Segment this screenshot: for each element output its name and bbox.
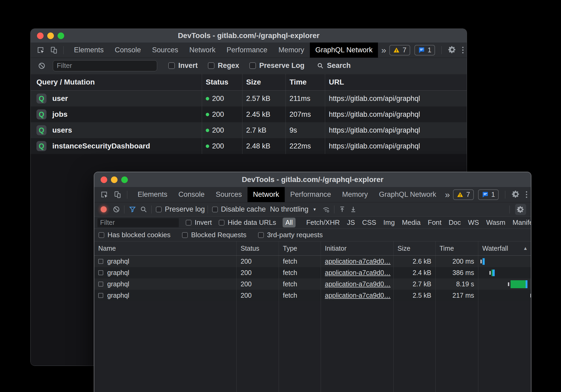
request-row[interactable]: graphql 200 fetch application-a7ca9d0… 2… (94, 256, 531, 267)
filter-type[interactable]: Wasm (486, 218, 506, 227)
tab-console[interactable]: Console (173, 187, 210, 202)
filter-type[interactable]: CSS (362, 218, 376, 227)
row-checkbox[interactable] (98, 293, 103, 298)
column-size[interactable]: Size (394, 241, 436, 255)
tab-network[interactable]: Network (184, 43, 221, 58)
export-har-icon[interactable] (348, 204, 359, 215)
has-blocked-cookies-checkbox[interactable]: Has blocked cookies (99, 231, 170, 239)
filter-type[interactable]: Doc (449, 218, 461, 227)
device-toolbar-icon[interactable] (48, 44, 60, 56)
inspect-element-icon[interactable] (35, 44, 46, 56)
issues-badge[interactable]: 1 (414, 45, 435, 55)
more-tabs-icon[interactable]: » (442, 187, 453, 202)
clear-icon[interactable] (36, 60, 48, 72)
settings-gear-icon[interactable] (512, 190, 520, 199)
table-row[interactable]: Quser 200 2.57 kB 211ms https://gitlab.c… (31, 91, 467, 106)
filter-input[interactable] (97, 218, 179, 227)
checkbox[interactable] (208, 62, 214, 69)
checkbox[interactable] (186, 220, 191, 226)
table-row[interactable]: QinstanceSecurityDashboard 200 2.48 kB 2… (31, 138, 467, 154)
search-button[interactable]: Search (317, 62, 351, 70)
column-type[interactable]: Type (279, 241, 321, 255)
initiator-link[interactable]: application-a7ca9d0… (325, 280, 391, 288)
column-status[interactable]: Status (237, 241, 279, 255)
third-party-requests-checkbox[interactable]: 3rd-party requests (258, 231, 323, 239)
checkbox[interactable] (249, 62, 256, 69)
tab-graphql-network[interactable]: GraphQL Network (310, 43, 378, 58)
tab-network[interactable]: Network (247, 187, 285, 202)
filter-type[interactable]: Font (428, 218, 442, 227)
initiator-link[interactable]: application-a7ca9d0… (325, 292, 391, 299)
hide-data-urls-checkbox[interactable]: Hide data URLs (219, 218, 276, 227)
invert-checkbox[interactable]: Invert (186, 218, 212, 227)
row-checkbox[interactable] (98, 282, 103, 287)
issues-badge[interactable]: 1 (478, 189, 499, 200)
invert-checkbox[interactable]: Invert (168, 62, 198, 70)
inspect-element-icon[interactable] (99, 189, 110, 200)
column-time[interactable]: Time (436, 241, 478, 255)
table-row[interactable]: Qjobs 200 2.45 kB 207ms https://gitlab.c… (31, 106, 467, 122)
record-icon[interactable] (101, 206, 107, 212)
filter-type[interactable]: Media (402, 218, 421, 227)
column-waterfall[interactable]: Waterfall ▲ (478, 241, 531, 255)
clear-icon[interactable] (111, 204, 121, 215)
checkbox[interactable] (212, 207, 218, 212)
column-url[interactable]: URL (325, 74, 467, 90)
checkbox[interactable] (99, 232, 104, 238)
column-query-mutation[interactable]: Query / Mutation (31, 74, 202, 90)
row-checkbox[interactable] (98, 259, 103, 264)
warnings-badge[interactable]: 7 (389, 45, 410, 55)
more-options-icon[interactable] (461, 45, 465, 55)
filter-input[interactable] (53, 60, 157, 71)
network-conditions-icon[interactable] (321, 204, 331, 215)
tab-elements[interactable]: Elements (68, 43, 109, 58)
filter-type[interactable]: Manifest (512, 218, 531, 227)
filter-type[interactable]: Img (383, 218, 395, 227)
request-row[interactable]: graphql 200 fetch application-a7ca9d0… 2… (94, 267, 531, 278)
tab-elements[interactable]: Elements (132, 187, 173, 202)
search-icon[interactable] (138, 204, 149, 215)
tab-memory[interactable]: Memory (336, 187, 373, 202)
tab-memory[interactable]: Memory (273, 43, 310, 58)
disable-cache-checkbox[interactable]: Disable cache (212, 205, 266, 213)
network-settings-gear-icon[interactable] (515, 204, 526, 215)
column-time[interactable]: Time (286, 74, 325, 90)
request-row[interactable]: graphql 200 fetch application-a7ca9d0… 2… (94, 278, 531, 290)
tab-performance[interactable]: Performance (221, 43, 273, 58)
filter-funnel-icon[interactable] (127, 204, 138, 215)
settings-gear-icon[interactable] (448, 45, 456, 55)
checkbox[interactable] (182, 232, 188, 238)
blocked-requests-checkbox[interactable]: Blocked Requests (182, 231, 246, 239)
import-har-icon[interactable] (337, 204, 348, 215)
regex-checkbox[interactable]: Regex (208, 62, 239, 70)
more-tabs-icon[interactable]: » (378, 43, 389, 58)
checkbox[interactable] (168, 62, 175, 69)
preserve-log-checkbox[interactable]: Preserve log (156, 205, 205, 213)
filter-type-all[interactable]: All (283, 218, 296, 227)
initiator-link[interactable]: application-a7ca9d0… (325, 258, 391, 265)
column-status[interactable]: Status (202, 74, 242, 90)
tab-sources[interactable]: Sources (210, 187, 247, 202)
throttling-select[interactable]: No throttling ▼ (270, 205, 316, 213)
column-initiator[interactable]: Initiator (321, 241, 394, 255)
filter-type[interactable]: JS (347, 218, 355, 227)
more-options-icon[interactable] (524, 190, 529, 199)
column-size[interactable]: Size (242, 74, 286, 90)
checkbox[interactable] (219, 220, 225, 226)
request-row[interactable]: graphql 200 fetch application-a7ca9d0… 2… (94, 290, 531, 301)
column-name[interactable]: Name (94, 241, 237, 255)
preserve-log-checkbox[interactable]: Preserve Log (249, 62, 305, 70)
initiator-link[interactable]: application-a7ca9d0… (325, 269, 391, 277)
tab-graphql-network[interactable]: GraphQL Network (373, 187, 442, 202)
tab-sources[interactable]: Sources (147, 43, 184, 58)
device-toolbar-icon[interactable] (112, 189, 123, 200)
tab-performance[interactable]: Performance (285, 187, 337, 202)
warnings-badge[interactable]: 7 (453, 189, 474, 200)
filter-type[interactable]: Fetch/XHR (306, 218, 340, 227)
table-row[interactable]: Qusers 200 2.7 kB 9s https://gitlab.com/… (31, 122, 467, 138)
filter-type[interactable]: WS (468, 218, 479, 227)
checkbox[interactable] (258, 232, 264, 238)
row-checkbox[interactable] (98, 270, 103, 275)
checkbox[interactable] (156, 207, 162, 212)
tab-console[interactable]: Console (109, 43, 147, 58)
